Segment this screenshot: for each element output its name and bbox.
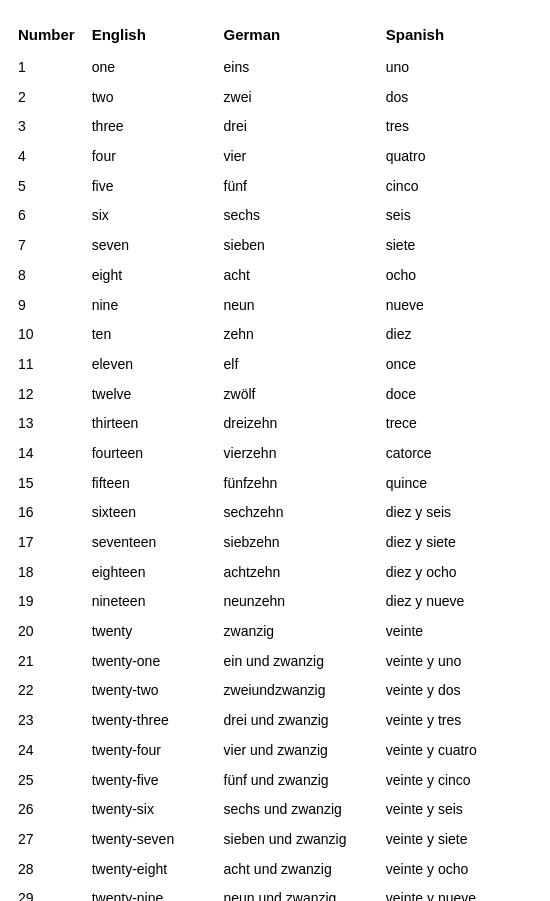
- table-row: 1oneeinsuno: [10, 53, 540, 83]
- cell-german: drei und zwanzig: [216, 706, 378, 736]
- header-number: Number: [10, 20, 84, 53]
- cell-number: 1: [10, 53, 84, 83]
- cell-english: six: [84, 201, 216, 231]
- table-row: 16sixteensechzehndiez y seis: [10, 498, 540, 528]
- cell-german: acht: [216, 261, 378, 291]
- cell-english: eleven: [84, 350, 216, 380]
- table-row: 13thirteendreizehntrece: [10, 409, 540, 439]
- cell-number: 28: [10, 855, 84, 885]
- table-row: 9nineneunnueve: [10, 291, 540, 321]
- cell-german: drei: [216, 112, 378, 142]
- cell-english: fifteen: [84, 469, 216, 499]
- cell-spanish: diez y siete: [378, 528, 540, 558]
- cell-spanish: veinte y seis: [378, 795, 540, 825]
- cell-number: 23: [10, 706, 84, 736]
- cell-spanish: dos: [378, 83, 540, 113]
- cell-spanish: tres: [378, 112, 540, 142]
- cell-german: sieben: [216, 231, 378, 261]
- table-row: 17seventeensiebzehndiez y siete: [10, 528, 540, 558]
- cell-german: acht und zwanzig: [216, 855, 378, 885]
- table-row: 2twozweidos: [10, 83, 540, 113]
- cell-german: dreizehn: [216, 409, 378, 439]
- table-row: 14fourteenvierzehncatorce: [10, 439, 540, 469]
- cell-spanish: trece: [378, 409, 540, 439]
- cell-english: one: [84, 53, 216, 83]
- cell-spanish: diez: [378, 320, 540, 350]
- cell-number: 26: [10, 795, 84, 825]
- table-row: 15fifteenfünfzehnquince: [10, 469, 540, 499]
- table-row: 7sevensiebensiete: [10, 231, 540, 261]
- cell-number: 15: [10, 469, 84, 499]
- cell-german: siebzehn: [216, 528, 378, 558]
- cell-english: twenty: [84, 617, 216, 647]
- cell-english: four: [84, 142, 216, 172]
- cell-spanish: veinte y uno: [378, 647, 540, 677]
- cell-english: three: [84, 112, 216, 142]
- table-row: 19nineteenneunzehndiez y nueve: [10, 587, 540, 617]
- cell-spanish: diez y seis: [378, 498, 540, 528]
- cell-number: 20: [10, 617, 84, 647]
- cell-english: twenty-three: [84, 706, 216, 736]
- cell-spanish: quatro: [378, 142, 540, 172]
- cell-german: fünf und zwanzig: [216, 766, 378, 796]
- cell-spanish: veinte y tres: [378, 706, 540, 736]
- cell-number: 21: [10, 647, 84, 677]
- cell-german: sechs und zwanzig: [216, 795, 378, 825]
- cell-spanish: veinte y ocho: [378, 855, 540, 885]
- cell-spanish: veinte: [378, 617, 540, 647]
- cell-spanish: nueve: [378, 291, 540, 321]
- cell-german: vier und zwanzig: [216, 736, 378, 766]
- cell-spanish: seis: [378, 201, 540, 231]
- cell-english: twenty-seven: [84, 825, 216, 855]
- cell-number: 6: [10, 201, 84, 231]
- table-header-row: Number English German Spanish: [10, 20, 540, 53]
- cell-number: 14: [10, 439, 84, 469]
- cell-spanish: quince: [378, 469, 540, 499]
- cell-number: 29: [10, 884, 84, 901]
- cell-english: sixteen: [84, 498, 216, 528]
- table-row: 6sixsechsseis: [10, 201, 540, 231]
- cell-german: achtzehn: [216, 558, 378, 588]
- table-row: 4fourvierquatro: [10, 142, 540, 172]
- table-row: 5fivefünfcinco: [10, 172, 540, 202]
- cell-german: fünf: [216, 172, 378, 202]
- cell-german: eins: [216, 53, 378, 83]
- cell-english: thirteen: [84, 409, 216, 439]
- table-row: 29twenty-nineneun und zwanzigveinte y nu…: [10, 884, 540, 901]
- cell-german: zweiundzwanzig: [216, 676, 378, 706]
- cell-german: neun: [216, 291, 378, 321]
- table-row: 3threedreitres: [10, 112, 540, 142]
- cell-number: 19: [10, 587, 84, 617]
- cell-number: 9: [10, 291, 84, 321]
- cell-spanish: doce: [378, 380, 540, 410]
- cell-english: fourteen: [84, 439, 216, 469]
- header-spanish: Spanish: [378, 20, 540, 53]
- cell-german: ein und zwanzig: [216, 647, 378, 677]
- cell-english: twelve: [84, 380, 216, 410]
- table-row: 25twenty-fivefünf und zwanzigveinte y ci…: [10, 766, 540, 796]
- cell-number: 10: [10, 320, 84, 350]
- cell-number: 4: [10, 142, 84, 172]
- cell-number: 8: [10, 261, 84, 291]
- cell-number: 25: [10, 766, 84, 796]
- cell-spanish: veinte y nueve: [378, 884, 540, 901]
- cell-number: 12: [10, 380, 84, 410]
- cell-german: elf: [216, 350, 378, 380]
- cell-spanish: veinte y dos: [378, 676, 540, 706]
- cell-spanish: uno: [378, 53, 540, 83]
- cell-number: 13: [10, 409, 84, 439]
- cell-spanish: siete: [378, 231, 540, 261]
- table-row: 28twenty-eightacht und zwanzigveinte y o…: [10, 855, 540, 885]
- cell-german: vierzehn: [216, 439, 378, 469]
- cell-german: sieben und zwanzig: [216, 825, 378, 855]
- cell-german: zwölf: [216, 380, 378, 410]
- cell-german: zehn: [216, 320, 378, 350]
- cell-english: seven: [84, 231, 216, 261]
- cell-english: twenty-two: [84, 676, 216, 706]
- cell-german: neunzehn: [216, 587, 378, 617]
- cell-number: 2: [10, 83, 84, 113]
- cell-spanish: once: [378, 350, 540, 380]
- cell-number: 24: [10, 736, 84, 766]
- cell-number: 22: [10, 676, 84, 706]
- header-english: English: [84, 20, 216, 53]
